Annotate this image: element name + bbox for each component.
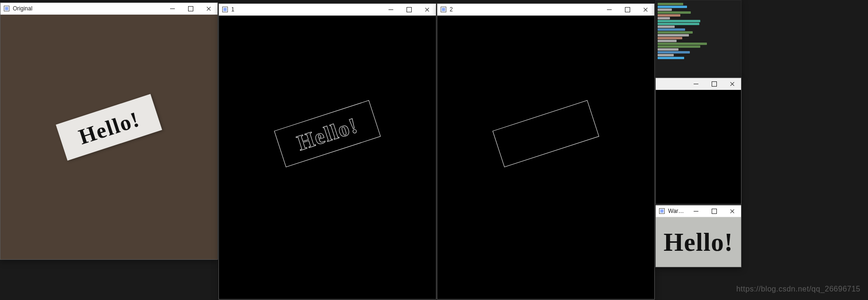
hello-edge-text: Hello! xyxy=(294,113,361,155)
window-warped: Warped Hello! xyxy=(655,205,741,267)
svg-rect-9 xyxy=(660,210,664,213)
app-icon xyxy=(222,6,228,13)
titlebar[interactable]: Original xyxy=(0,3,217,15)
minimize-button[interactable] xyxy=(687,205,705,217)
code-line xyxy=(658,54,674,56)
close-button[interactable] xyxy=(199,3,217,14)
app-icon xyxy=(440,6,447,13)
close-button[interactable] xyxy=(418,4,436,15)
code-line xyxy=(658,45,700,48)
image-view: Hello! xyxy=(0,15,217,259)
hello-warped-text: Hello! xyxy=(664,229,733,255)
close-button[interactable] xyxy=(636,4,654,15)
window-buttons xyxy=(687,205,741,217)
paper-note: Hello! xyxy=(56,94,162,160)
code-line xyxy=(658,14,680,17)
window-contour: 2 xyxy=(437,3,655,300)
window-code-thumbnail xyxy=(655,0,741,78)
code-line xyxy=(658,11,691,14)
code-view xyxy=(656,0,741,77)
minimize-button[interactable] xyxy=(600,4,618,15)
svg-rect-6 xyxy=(442,8,445,11)
code-line xyxy=(658,31,693,34)
edge-svg: Hello! xyxy=(219,16,436,299)
svg-rect-3 xyxy=(224,8,227,11)
code-line xyxy=(658,3,683,5)
app-icon xyxy=(659,208,665,214)
watermark: https://blog.csdn.net/qq_26696715 xyxy=(736,285,860,293)
window-aux xyxy=(655,78,741,204)
code-line xyxy=(658,28,685,31)
code-line xyxy=(658,40,677,42)
titlebar[interactable]: 2 xyxy=(437,4,654,16)
svg-rect-1 xyxy=(5,7,9,10)
maximize-button[interactable] xyxy=(181,3,199,14)
maximize-button[interactable] xyxy=(618,4,636,15)
window-title: 1 xyxy=(231,6,235,13)
code-line xyxy=(658,34,689,36)
window-title: Warped xyxy=(668,208,687,214)
hello-text: Hello! xyxy=(75,106,142,148)
maximize-button[interactable] xyxy=(705,78,723,89)
maximize-button[interactable] xyxy=(400,4,418,15)
code-line xyxy=(658,9,672,11)
titlebar[interactable] xyxy=(656,78,741,90)
window-original: Original Hello! xyxy=(0,2,218,260)
window-buttons xyxy=(600,4,654,15)
minimize-button[interactable] xyxy=(382,4,400,15)
window-buttons xyxy=(382,4,436,15)
image-view xyxy=(437,16,654,299)
app-icon xyxy=(3,5,10,12)
image-view: Hello! xyxy=(656,217,741,267)
svg-rect-7 xyxy=(493,100,599,167)
window-buttons xyxy=(163,3,217,14)
window-title: Original xyxy=(13,5,32,12)
code-line xyxy=(658,48,678,51)
code-line xyxy=(658,6,687,8)
code-line xyxy=(658,17,670,19)
maximize-button[interactable] xyxy=(705,205,723,217)
close-button[interactable] xyxy=(723,205,741,217)
image-view: Hello! xyxy=(219,16,436,299)
titlebar[interactable]: 1 xyxy=(219,4,436,16)
window-buttons xyxy=(687,78,741,89)
minimize-button[interactable] xyxy=(687,78,705,89)
titlebar[interactable]: Warped xyxy=(656,205,741,217)
contour-svg xyxy=(437,16,654,299)
image-view xyxy=(656,90,741,204)
code-line xyxy=(658,20,700,22)
code-line xyxy=(658,57,684,59)
window-title: 2 xyxy=(450,6,453,13)
minimize-button[interactable] xyxy=(163,3,181,14)
code-line xyxy=(658,26,675,28)
close-button[interactable] xyxy=(723,78,741,89)
code-line xyxy=(658,51,690,53)
code-line xyxy=(658,43,707,45)
window-edges: 1 Hello! xyxy=(218,3,436,300)
code-line xyxy=(658,23,699,25)
code-line xyxy=(658,37,682,39)
